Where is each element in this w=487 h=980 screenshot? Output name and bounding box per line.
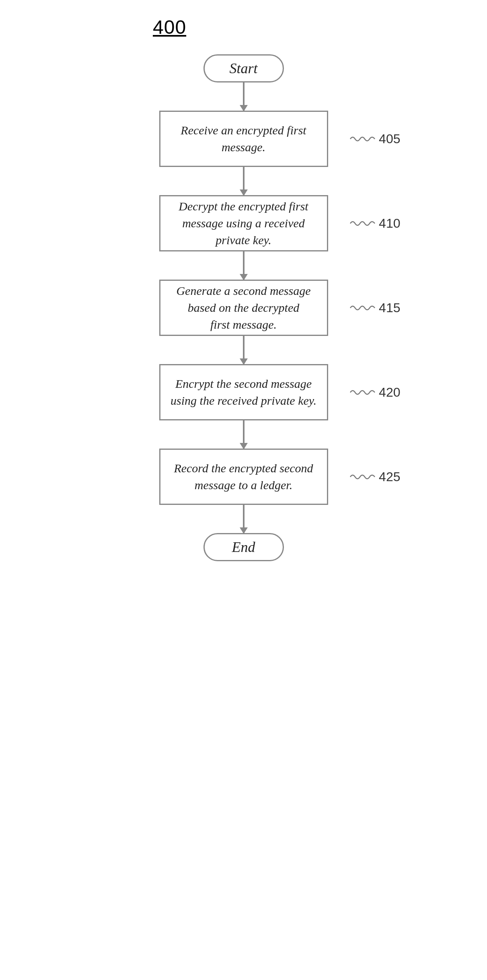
step-410-ref: 410 [349, 216, 400, 231]
flowchart: Start Receive an encrypted firstmessage.… [159, 54, 328, 561]
step-415-label: Generate a second messagebased on the de… [176, 282, 310, 333]
step-405: Receive an encrypted firstmessage. [159, 111, 328, 167]
step-415-ref: 415 [349, 301, 400, 315]
step-420: Encrypt the second messageusing the rece… [159, 364, 328, 420]
step-405-ref: 405 [349, 132, 400, 146]
connector-4 [243, 336, 245, 364]
step-420-label: Encrypt the second messageusing the rece… [171, 375, 316, 409]
step-425-ref: 425 [349, 469, 400, 484]
ref-420-text: 420 [379, 385, 400, 400]
end-label: End [232, 539, 255, 556]
step-415-wrapper: Generate a second messagebased on the de… [159, 280, 328, 336]
connector-3 [243, 251, 245, 280]
ref-415-text: 415 [379, 301, 400, 315]
squiggle-405 [349, 134, 376, 143]
end-node: End [203, 533, 284, 561]
connector-5 [243, 420, 245, 449]
step-415: Generate a second messagebased on the de… [159, 280, 328, 336]
diagram-title: 400 [153, 16, 186, 38]
squiggle-415 [349, 303, 376, 312]
step-420-wrapper: Encrypt the second messageusing the rece… [159, 364, 328, 420]
squiggle-425 [349, 472, 376, 481]
step-425: Record the encrypted secondmessage to a … [159, 449, 328, 505]
start-node: Start [203, 54, 284, 82]
start-label: Start [229, 60, 257, 77]
ref-425-text: 425 [379, 469, 400, 484]
ref-405-text: 405 [379, 132, 400, 146]
step-410: Decrypt the encrypted firstmessage using… [159, 195, 328, 251]
step-405-wrapper: Receive an encrypted firstmessage. 405 [159, 111, 328, 167]
connector-1 [243, 82, 245, 111]
step-420-ref: 420 [349, 385, 400, 400]
connector-2 [243, 167, 245, 195]
diagram-container: 400 Start Receive an encrypted firstmess… [0, 0, 487, 980]
end-node-wrapper: End [203, 533, 284, 561]
step-405-label: Receive an encrypted firstmessage. [181, 122, 306, 156]
step-410-label: Decrypt the encrypted firstmessage using… [179, 198, 308, 249]
start-node-wrapper: Start [203, 54, 284, 82]
connector-6 [243, 505, 245, 533]
step-425-label: Record the encrypted secondmessage to a … [174, 460, 313, 494]
step-425-wrapper: Record the encrypted secondmessage to a … [159, 449, 328, 505]
step-410-wrapper: Decrypt the encrypted firstmessage using… [159, 195, 328, 251]
ref-410-text: 410 [379, 216, 400, 231]
squiggle-420 [349, 388, 376, 397]
squiggle-410 [349, 219, 376, 228]
